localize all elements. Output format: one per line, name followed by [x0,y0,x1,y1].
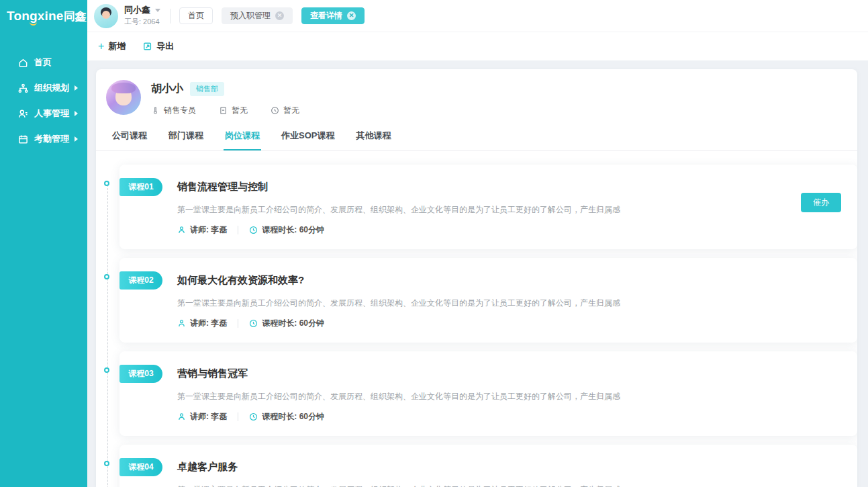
position-value: 销售专员 [164,105,196,116]
entry-field: 暂无 [219,105,248,116]
position-field: 销售专员 [151,105,196,116]
org-icon [18,83,28,93]
action-toolbar: + 新增 导出 [87,32,868,60]
timeline-dot [104,461,109,466]
course-number-badge: 课程01 [119,178,162,196]
breadcrumb-label: 预入职管理 [230,10,271,21]
home-icon [18,58,28,68]
user-menu[interactable]: 同小鑫 [124,5,160,15]
urge-button[interactable]: 催办 [801,193,841,212]
add-button-label: 新增 [108,40,126,52]
employee-info: 胡小小 销售部 销售专员 暂无 暂无 [151,80,299,116]
course-number-badge: 课程03 [119,365,162,383]
course-tabs: 公司课程 部门课程 岗位课程 作业SOP课程 其他课程 [96,130,857,151]
course-card-4: 课程04 卓越客户服务 第一堂课主要是向新员工介绍公司的简介、发展历程、组织架构… [119,445,857,487]
app-logo: Tongxine同鑫 [0,0,87,24]
course-list: 课程01 销售流程管理与控制 第一堂课主要是向新员工介绍公司的简介、发展历程、组… [96,151,857,487]
chevron-right-icon [75,111,78,116]
tab-department-courses[interactable]: 部门课程 [167,130,205,150]
export-icon [143,42,152,51]
meta-divider [238,226,238,234]
chevron-right-icon [75,136,78,142]
sidebar-item-home[interactable]: 首页 [0,50,87,75]
employee-name: 胡小小 [151,82,183,96]
chevron-right-icon [75,85,78,91]
position-icon [151,106,160,115]
course-title: 销售流程管理与控制 [177,181,268,193]
plus-icon: + [98,41,104,52]
course-card-2: 课程02 如何最大化有效资源和效率? 第一堂课主要是向新员工介绍公司的简介、发展… [119,258,857,343]
top-header: 同小鑫 工号: 2064 首页 预入职管理 ✕ 查看详情 ✕ [87,0,868,32]
sidebar-item-attendance[interactable]: 考勤管理 [0,126,87,152]
course-row: 课程03 营销与销售冠军 第一堂课主要是向新员工介绍公司的简介、发展历程、组织架… [119,351,857,436]
department-badge: 销售部 [190,82,224,96]
course-number-badge: 课程04 [119,458,162,476]
teacher-icon [177,226,186,234]
sidebar: Tongxine同鑫 首页 组织规划 人事管理 考勤管理 [0,0,87,487]
teacher-icon [177,412,186,421]
header-divider [170,9,171,24]
course-teacher: 讲师: 李磊 [190,224,227,236]
close-icon[interactable]: ✕ [275,11,284,20]
course-row: 课程04 卓越客户服务 第一堂课主要是向新员工介绍公司的简介、发展历程、组织架构… [119,445,857,487]
course-title: 营销与销售冠军 [177,367,248,380]
current-user-avatar[interactable] [94,4,118,28]
course-title: 卓越客户服务 [177,461,238,474]
timeline-dot [104,274,109,279]
timeline-dot [104,367,109,373]
document-icon [219,106,228,115]
breadcrumb-tab-home[interactable]: 首页 [179,7,213,24]
clock-icon [271,106,279,115]
logo-cjk: 同鑫 [64,10,87,23]
sidebar-item-label: 考勤管理 [34,133,69,145]
course-meta-row: 讲师: 李磊 课程时长: 60分钟 [177,411,841,423]
course-teacher: 讲师: 李磊 [190,318,227,329]
course-duration: 课程时长: 60分钟 [262,411,324,423]
course-description: 第一堂课主要是向新员工介绍公司的简介、发展历程、组织架构、企业文化等目的是为了让… [177,484,841,487]
course-meta-row: 讲师: 李磊 课程时长: 60分钟 [177,318,841,329]
sidebar-item-label: 组织规划 [34,82,69,94]
add-button[interactable]: + 新增 [98,40,126,52]
export-button[interactable]: 导出 [143,40,174,52]
course-card-3: 课程03 营销与销售冠军 第一堂课主要是向新员工介绍公司的简介、发展历程、组织架… [119,351,857,436]
tab-sop-courses[interactable]: 作业SOP课程 [280,130,336,150]
course-description: 第一堂课主要是向新员工介绍公司的简介、发展历程、组织架构、企业文化等目的是为了让… [177,297,841,309]
employee-avatar [106,80,141,115]
breadcrumb: 首页 预入职管理 ✕ 查看详情 ✕ [179,7,365,24]
duration-clock-icon [249,226,258,234]
teacher-icon [177,319,186,328]
course-title: 如何最大化有效资源和效率? [177,274,304,287]
course-number-badge: 课程02 [119,271,162,290]
course-duration: 课程时长: 60分钟 [262,318,324,329]
time-field: 暂无 [271,105,299,116]
tab-position-courses[interactable]: 岗位课程 [224,130,261,150]
calendar-icon [18,134,28,144]
timeline-dot [104,181,109,186]
meta-divider [238,412,238,421]
breadcrumb-label: 首页 [188,10,204,21]
employee-courses-panel: 胡小小 销售部 销售专员 暂无 暂无 [96,69,857,487]
logo-latin: Tongxine [7,9,64,24]
course-meta-row: 讲师: 李磊 课程时长: 60分钟 [177,224,841,236]
course-description: 第一堂课主要是向新员工介绍公司的简介、发展历程、组织架构、企业文化等目的是为了让… [177,390,841,402]
duration-clock-icon [249,412,258,421]
tab-other-courses[interactable]: 其他课程 [354,130,392,150]
current-user-block: 同小鑫 工号: 2064 [124,5,160,27]
breadcrumb-label: 查看详情 [310,10,342,21]
sidebar-item-hr-management[interactable]: 人事管理 [0,101,87,126]
sidebar-item-label: 首页 [34,56,52,69]
employee-profile: 胡小小 销售部 销售专员 暂无 暂无 [96,69,857,116]
employee-number: 工号: 2064 [124,17,160,27]
tab-company-courses[interactable]: 公司课程 [111,130,148,150]
people-icon [18,109,28,119]
course-card-1: 课程01 销售流程管理与控制 第一堂课主要是向新员工介绍公司的简介、发展历程、组… [119,165,857,249]
breadcrumb-tab-preonboarding[interactable]: 预入职管理 ✕ [222,7,293,24]
export-button-label: 导出 [156,40,174,52]
user-name: 同小鑫 [124,5,150,15]
employee-meta-row: 销售专员 暂无 暂无 [151,105,299,116]
close-icon[interactable]: ✕ [347,11,356,20]
sidebar-item-org-planning[interactable]: 组织规划 [0,75,87,101]
time-value: 暂无 [283,105,299,116]
course-description: 第一堂课主要是向新员工介绍公司的简介、发展历程、组织架构、企业文化等目的是为了让… [177,204,841,216]
breadcrumb-tab-view-details[interactable]: 查看详情 ✕ [301,7,365,24]
